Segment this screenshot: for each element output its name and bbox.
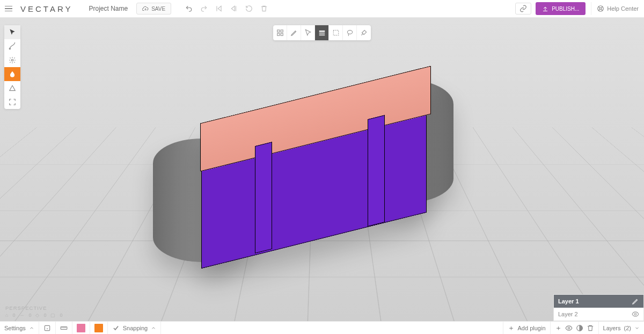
info-panel-toggle[interactable]: [39, 322, 56, 334]
cursor2-icon: [304, 29, 312, 37]
layer-row[interactable]: Layer 2: [554, 308, 643, 321]
svg-rect-8: [333, 30, 338, 35]
mode-lasso[interactable]: [343, 25, 357, 40]
layers-count: (2): [624, 325, 631, 331]
upload-icon: [542, 5, 548, 12]
stat-home-icon: ⌂: [5, 313, 8, 318]
perspective-title: PERSPECTIVE: [5, 305, 63, 311]
svg-rect-5: [281, 30, 283, 32]
settings-button[interactable]: Settings: [0, 322, 39, 334]
undo-icon[interactable]: [185, 5, 193, 12]
stat-vert-count: 0: [43, 313, 46, 318]
app-logo: VECTARY: [17, 4, 80, 13]
cursor-icon: [9, 28, 16, 36]
save-button-label: SAVE: [151, 6, 165, 12]
layer-row-label: Layer 2: [558, 311, 632, 317]
gear-icon: [9, 56, 16, 64]
mode-rect-select[interactable]: [329, 25, 343, 40]
add-plugin-button[interactable]: ＋ Add plugin: [503, 322, 550, 334]
left-tool-column: [4, 25, 20, 109]
svg-point-3: [11, 59, 13, 61]
trash-icon[interactable]: [587, 324, 594, 332]
stat-face-icon: ▢: [50, 313, 55, 318]
swatch-b[interactable]: [90, 322, 108, 334]
curve-icon: [9, 42, 16, 50]
share-link-button[interactable]: [515, 3, 531, 14]
model-rib-a: [255, 142, 272, 253]
layer-row-active[interactable]: Layer 1: [554, 295, 643, 308]
bottom-bar: Settings Snapping ＋ Add plugin ＋ Layers …: [0, 321, 644, 334]
tool-focus[interactable]: [4, 95, 20, 109]
lifebelt-icon: [597, 5, 604, 12]
hamburger-menu-icon[interactable]: [0, 6, 17, 12]
project-name[interactable]: Project Name: [80, 5, 136, 12]
pencil-icon: [290, 29, 298, 37]
ruler-toggle[interactable]: [56, 322, 72, 334]
info-icon: [43, 324, 51, 332]
rect-sel-icon: [332, 29, 340, 37]
chevron-up-icon: [29, 325, 34, 331]
add-plugin-label: Add plugin: [518, 325, 546, 331]
svg-rect-7: [281, 33, 283, 35]
skip-back-icon[interactable]: [215, 5, 223, 12]
layers-label: Layers: [603, 325, 621, 331]
tool-select[interactable]: [4, 25, 20, 39]
tool-curve[interactable]: [4, 39, 20, 53]
refresh-icon[interactable]: [245, 5, 253, 12]
chevron-down-icon: [634, 325, 640, 331]
contrast-icon[interactable]: [576, 324, 583, 332]
settings-label: Settings: [4, 325, 26, 331]
publish-button[interactable]: PUBLISH...: [536, 2, 586, 15]
triangle-icon: [9, 84, 16, 92]
help-center-label: Help Center: [607, 5, 639, 12]
layer-row-label: Layer 1: [558, 298, 632, 304]
check-icon: [112, 324, 120, 332]
svg-point-9: [347, 30, 352, 34]
mode-cursor[interactable]: [301, 25, 315, 40]
stat-face-count: 0: [60, 313, 62, 318]
model-3d-object[interactable]: [153, 79, 453, 273]
history-actions: [185, 5, 268, 12]
snapping-toggle[interactable]: Snapping: [108, 322, 162, 334]
model-rib-b: [368, 115, 385, 227]
redo-icon[interactable]: [200, 5, 208, 12]
top-bar: VECTARY Project Name SAVE PUBLISH... Hel…: [0, 0, 644, 18]
shade-icon: [318, 29, 326, 37]
stat-home-count: 0: [12, 313, 15, 318]
svg-point-13: [568, 327, 570, 329]
swatch-a[interactable]: [72, 322, 90, 334]
tool-gear[interactable]: [4, 53, 20, 67]
eye-icon[interactable]: [632, 310, 639, 318]
pencil-icon[interactable]: [632, 297, 639, 305]
stat-edge-icon: ↔: [19, 313, 24, 318]
tool-droplet[interactable]: [4, 67, 20, 81]
viewport-3d[interactable]: [0, 18, 644, 321]
color-swatch-pink: [77, 324, 85, 332]
svg-rect-6: [277, 33, 279, 35]
tool-triangle[interactable]: [4, 81, 20, 95]
mode-brush[interactable]: [357, 25, 371, 40]
trash-icon[interactable]: [260, 5, 268, 12]
mode-grid[interactable]: [273, 25, 287, 40]
focus-icon: [9, 98, 16, 106]
help-center-button[interactable]: Help Center: [591, 2, 644, 15]
stat-vert-icon: ◇: [35, 313, 39, 318]
rewind-start-icon[interactable]: [230, 5, 238, 12]
lasso-icon: [346, 29, 354, 37]
svg-rect-4: [277, 30, 279, 32]
eye-icon[interactable]: [565, 324, 573, 332]
chevron-up-icon: [151, 325, 156, 331]
mode-pencil[interactable]: [287, 25, 301, 40]
link-icon: [519, 5, 527, 12]
svg-point-2: [9, 48, 10, 49]
layers-dropdown[interactable]: Layers (2): [598, 322, 644, 334]
droplet-icon: [9, 70, 16, 78]
save-button[interactable]: SAVE: [136, 3, 171, 14]
layer-actions: ＋: [550, 322, 598, 334]
publish-button-label: PUBLISH...: [552, 6, 579, 12]
perspective-stats: PERSPECTIVE ⌂ 0 ↔ 0 ◇ 0 ▢ 0: [5, 305, 63, 318]
mode-shade[interactable]: [315, 25, 329, 40]
color-swatch-orange: [94, 324, 103, 332]
grid4-icon: [276, 29, 284, 37]
ruler-icon: [60, 324, 68, 332]
